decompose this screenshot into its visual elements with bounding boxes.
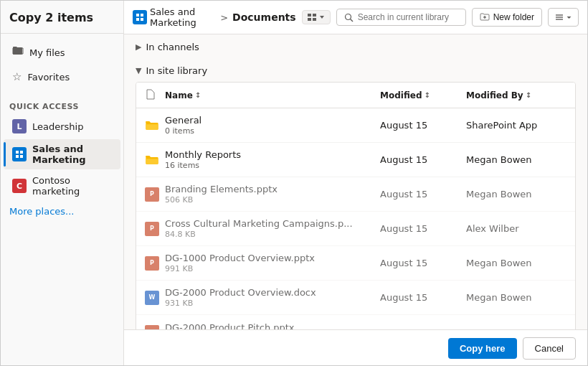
file-meta: 16 items	[165, 161, 380, 170]
more-options-button[interactable]	[548, 8, 579, 27]
sidebar-item-my-files[interactable]: My files	[4, 40, 120, 65]
more-places-link[interactable]: More places...	[1, 202, 123, 221]
in-channels-label: In channels	[146, 42, 199, 52]
site-icon	[133, 10, 147, 24]
table-row[interactable]: P DG-2000 Product Pitch.pptx 606 KB Augu…	[136, 315, 575, 329]
sidebar-item-sales-marketing[interactable]: Sales and Marketing	[4, 139, 120, 169]
file-modified: August 15	[380, 223, 466, 234]
star-icon: ☆	[12, 70, 22, 83]
favorites-label: Favorites	[27, 72, 70, 83]
table-row[interactable]: General 0 items August 15 SharePoint App	[136, 108, 575, 143]
sidebar: Copy 2 items My files ☆ Favorites Quick …	[1, 1, 124, 366]
file-info: Cross Cultural Marketing Campaigns.p... …	[165, 218, 380, 239]
name-sort-icon: ↕	[195, 91, 201, 99]
main-body: ▶ In channels ▼ In site library Name ↕ M…	[124, 34, 587, 329]
in-channels-section[interactable]: ▶ In channels	[124, 34, 587, 58]
file-meta: 991 KB	[165, 264, 380, 273]
file-name: Monthly Reports	[165, 149, 380, 160]
file-modified: August 15	[380, 154, 466, 165]
table-header: Name ↕ Modified ↕ Modified By ↕	[136, 83, 575, 108]
folder-icon	[145, 118, 159, 133]
svg-rect-11	[313, 18, 316, 21]
chevron-down-icon	[566, 14, 572, 21]
file-name: DG-2000 Product Pitch.pptx	[165, 322, 380, 330]
breadcrumb-current-folder[interactable]: Documents	[232, 11, 296, 23]
svg-rect-1	[20, 151, 23, 154]
name-col-header[interactable]: Name ↕	[165, 88, 380, 102]
table-row[interactable]: Monthly Reports 16 items August 15 Megan…	[136, 143, 575, 177]
menu-icon	[554, 12, 564, 22]
svg-rect-0	[16, 151, 19, 154]
sidebar-item-contoso[interactable]: C Contoso marketing	[4, 171, 120, 201]
table-row[interactable]: P Branding Elements.pptx 506 KB August 1…	[136, 177, 575, 212]
in-site-library-label: In site library	[146, 65, 207, 76]
svg-rect-9	[313, 14, 316, 17]
file-info: General 0 items	[165, 115, 380, 136]
sidebar-item-favorites[interactable]: ☆ Favorites	[4, 65, 120, 88]
file-rows-container: General 0 items August 15 SharePoint App…	[136, 108, 575, 329]
file-name: Branding Elements.pptx	[165, 184, 380, 194]
file-modified: August 15	[380, 258, 466, 268]
file-info: DG-2000 Product Overview.docx 931 KB	[165, 287, 380, 308]
svg-rect-2	[16, 155, 19, 158]
dialog-footer: Copy here Cancel	[124, 329, 587, 366]
svg-rect-7	[141, 18, 143, 21]
file-type-col-header	[145, 88, 165, 102]
quick-access-heading: Quick access	[1, 95, 123, 114]
file-meta: 506 KB	[165, 195, 380, 205]
file-modified: August 15	[380, 189, 466, 200]
table-row[interactable]: P Cross Cultural Marketing Campaigns.p..…	[136, 212, 575, 246]
new-folder-label: New folder	[493, 12, 534, 22]
svg-point-12	[345, 14, 351, 19]
leadership-label: Leadership	[32, 121, 83, 132]
modified-by-col-header[interactable]: Modified By ↕	[466, 88, 566, 102]
channels-chevron-icon: ▶	[136, 42, 141, 52]
contoso-label: Contoso marketing	[32, 175, 112, 197]
search-icon	[344, 13, 354, 22]
sidebar-nav: My files ☆ Favorites	[1, 34, 123, 95]
in-site-library-section[interactable]: ▼ In site library	[124, 58, 587, 82]
table-row[interactable]: W DG-2000 Product Overview.docx 931 KB A…	[136, 281, 575, 315]
table-row[interactable]: P DG-1000 Product Overview.pptx 991 KB A…	[136, 246, 575, 281]
file-meta: 931 KB	[165, 299, 380, 308]
pptx-icon: P	[145, 222, 159, 236]
copy-here-button[interactable]: Copy here	[448, 338, 517, 359]
file-modified-by: Megan Bowen	[466, 327, 566, 330]
new-folder-button[interactable]: New folder	[472, 8, 542, 27]
file-meta: 0 items	[165, 126, 380, 136]
view-toggle-button[interactable]	[302, 10, 331, 24]
modified-col-header[interactable]: Modified ↕	[380, 88, 466, 102]
file-name: DG-2000 Product Overview.docx	[165, 287, 380, 298]
pptx-icon: P	[145, 325, 159, 329]
file-info: DG-2000 Product Pitch.pptx 606 KB	[165, 322, 380, 330]
file-modified-by: Megan Bowen	[466, 154, 566, 165]
main-panel: Sales and Marketing > Documents New fold…	[124, 1, 587, 366]
file-modified-by: Megan Bowen	[466, 258, 566, 268]
sidebar-item-leadership[interactable]: L Leadership	[4, 115, 120, 138]
svg-line-13	[350, 19, 353, 22]
file-name: Cross Cultural Marketing Campaigns.p...	[165, 218, 380, 229]
svg-rect-6	[136, 18, 139, 21]
search-box[interactable]	[336, 9, 466, 26]
breadcrumb-site[interactable]: Sales and Marketing	[150, 6, 216, 28]
file-modified-by: Alex Wilber	[466, 223, 566, 234]
contoso-icon: C	[12, 179, 27, 193]
library-chevron-icon: ▼	[136, 66, 141, 75]
file-info: DG-1000 Product Overview.pptx 991 KB	[165, 253, 380, 273]
file-name: General	[165, 115, 380, 126]
file-table: Name ↕ Modified ↕ Modified By ↕	[136, 82, 576, 329]
file-modified-by: Megan Bowen	[466, 189, 566, 200]
files-icon	[12, 45, 24, 60]
pptx-icon: P	[145, 187, 159, 202]
search-input[interactable]	[358, 12, 458, 22]
file-modified-by: SharePoint App	[466, 120, 566, 131]
file-name: DG-1000 Product Overview.pptx	[165, 253, 380, 263]
new-folder-icon	[480, 12, 490, 22]
file-info: Branding Elements.pptx 506 KB	[165, 184, 380, 205]
svg-rect-4	[136, 14, 139, 17]
file-meta: 84.8 KB	[165, 230, 380, 239]
pptx-icon: P	[145, 256, 159, 271]
svg-rect-5	[141, 14, 143, 17]
file-modified-by: Megan Bowen	[466, 292, 566, 303]
cancel-button[interactable]: Cancel	[523, 337, 576, 360]
